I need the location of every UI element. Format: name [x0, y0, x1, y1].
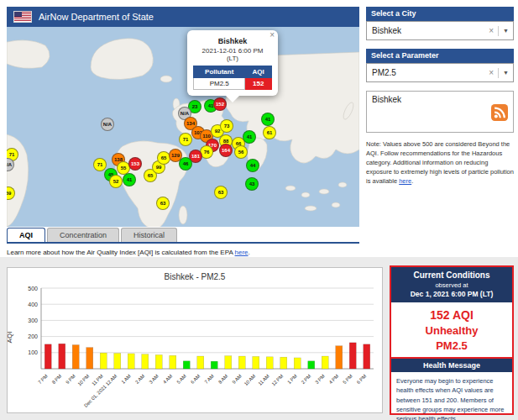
tab-concentration[interactable]: Concentration: [47, 228, 119, 242]
chart-bar: [294, 358, 301, 369]
select-city-header: Select a City: [366, 7, 514, 21]
chart-bar: [308, 361, 315, 369]
app-header: AirNow Department of State: [7, 7, 359, 27]
chart-bar: [197, 356, 204, 369]
popup-city: Bishkek: [191, 37, 275, 45]
chart-bar: [114, 354, 121, 369]
aqi-marker[interactable]: 56: [234, 145, 248, 159]
chart-bar: [238, 356, 245, 369]
city-select-value: Bishkek: [372, 26, 401, 35]
aqi-marker[interactable]: 52: [109, 175, 123, 188]
chart-bar: [170, 355, 176, 369]
popup-aqi-table: Pollutant AQI PM2.5 152: [193, 66, 272, 90]
x-tick-label: 2 PM: [301, 373, 312, 385]
aqi-marker[interactable]: 164: [219, 144, 233, 157]
chart-bar: [322, 356, 328, 369]
y-tick-label: 500: [28, 286, 38, 291]
rss-icon[interactable]: [491, 104, 508, 121]
x-tick-label: 3 PM: [314, 373, 326, 385]
aqi-marker[interactable]: 63: [156, 197, 170, 210]
aqi-marker[interactable]: N/A: [101, 118, 114, 131]
observed-at-label: observed at: [393, 281, 510, 289]
aqi-marker[interactable]: 41: [261, 113, 275, 126]
x-tick-label: 12 PM: [270, 373, 284, 386]
current-conditions-panel: Current Conditions observed at Dec 1, 20…: [390, 265, 514, 415]
beyond-aqi-note: Note: Values above 500 are considered Be…: [366, 140, 514, 186]
x-tick-label: 8 AM: [217, 373, 229, 385]
world-map[interactable]: 71N/A59N/A2341N/A13410371110927388170761…: [7, 27, 359, 227]
select-parameter-header: Select a Parameter: [366, 49, 514, 63]
popup-local-time-label: (LT): [191, 55, 275, 62]
x-tick-label: 11 AM: [257, 373, 270, 386]
parameter-select-controls: × ▼: [489, 68, 509, 78]
current-conditions-title: Current Conditions: [393, 270, 510, 280]
map-landmasses: [7, 27, 359, 227]
x-tick-label: 10 PM: [76, 373, 90, 386]
popup-pollutant-value: PM2.5: [194, 78, 245, 90]
chart-title: Bishkek - PM2.5: [8, 272, 382, 281]
observed-datetime: Dec 1, 2021 6:00 PM (LT): [393, 290, 510, 298]
note-here-link[interactable]: here: [399, 177, 411, 185]
tab-bar: AQI Concentration Historical: [7, 228, 359, 244]
chart-bar: [183, 361, 190, 369]
map-popup: × Bishkek 2021-12-01 6:00 PM (LT) Pollut…: [187, 30, 278, 96]
sidebar: Select a City Bishkek × ▼ Select a Param…: [366, 7, 514, 192]
aqi-marker[interactable]: 61: [263, 126, 276, 139]
chart-bar: [86, 348, 93, 369]
x-tick-label: 10 AM: [243, 373, 257, 386]
chart-bar: [336, 346, 343, 369]
x-tick-label: 9 PM: [65, 373, 76, 385]
page-title: AirNow Department of State: [39, 12, 154, 22]
current-aqi-value: 152 AQI: [391, 308, 512, 322]
chart-bar: [72, 345, 79, 369]
tab-historical[interactable]: Historical: [121, 228, 177, 242]
chart-bar: [225, 356, 232, 369]
aqi-marker[interactable]: 41: [123, 173, 136, 186]
parameter-select[interactable]: PM2.5 × ▼: [366, 63, 514, 82]
select-separator: [498, 68, 499, 78]
aqi-marker[interactable]: 152: [213, 97, 227, 111]
x-tick-label: 4 PM: [328, 373, 340, 385]
aqi-marker[interactable]: 63: [214, 186, 228, 199]
current-aqi-block: 152 AQI Unhealthy PM2.5: [391, 302, 512, 359]
parameter-clear-icon[interactable]: ×: [489, 68, 494, 77]
aqi-marker[interactable]: 153: [128, 157, 142, 171]
chevron-down-icon[interactable]: ▼: [503, 70, 509, 76]
y-tick-label: 200: [28, 333, 38, 339]
popup-col-pollutant: Pollutant: [194, 66, 245, 78]
chart-bar: [253, 356, 259, 369]
aqi-marker[interactable]: 71: [179, 133, 192, 146]
chart-bar: [349, 343, 356, 369]
x-tick-label: 6 AM: [190, 373, 201, 385]
popup-aqi-value: 152: [245, 78, 272, 90]
x-tick-label: 5 PM: [342, 373, 353, 385]
aqi-marker[interactable]: 44: [246, 159, 259, 172]
us-flag-icon: [13, 11, 32, 23]
chevron-down-icon[interactable]: ▼: [503, 28, 509, 34]
chart-bar: [280, 357, 287, 369]
aqi-marker[interactable]: 46: [179, 157, 192, 171]
x-tick-label: 8 PM: [51, 373, 63, 385]
airnow-page: AirNow Department of State: [0, 0, 518, 420]
y-tick-label: 100: [28, 349, 38, 355]
aqi-marker[interactable]: 71: [93, 158, 107, 171]
chart-bar: [155, 354, 162, 369]
chart-bar: [211, 361, 217, 369]
aqi-marker[interactable]: 43: [245, 177, 259, 191]
popup-close-icon[interactable]: ×: [269, 31, 275, 39]
select-separator: [498, 26, 499, 36]
x-tick-label: 7 AM: [203, 373, 215, 385]
city-clear-icon[interactable]: ×: [489, 26, 494, 35]
x-tick-label: 1 AM: [120, 373, 132, 385]
aqi-chart-panel: Bishkek - PM2.5 AQI 1002003004005007 PM8…: [7, 267, 383, 413]
x-tick-label: 9 AM: [231, 373, 243, 385]
chart-bar: [266, 357, 273, 369]
tab-aqi[interactable]: AQI: [7, 228, 45, 242]
y-tick-label: 400: [28, 302, 38, 307]
aqi-marker[interactable]: 73: [220, 119, 233, 133]
aqi-marker[interactable]: 41: [243, 130, 256, 144]
x-tick-label: 6 PM: [356, 373, 368, 385]
epa-here-link[interactable]: here: [235, 249, 249, 256]
current-conditions-header: Current Conditions observed at Dec 1, 20…: [391, 267, 512, 302]
city-select[interactable]: Bishkek × ▼: [366, 21, 514, 40]
